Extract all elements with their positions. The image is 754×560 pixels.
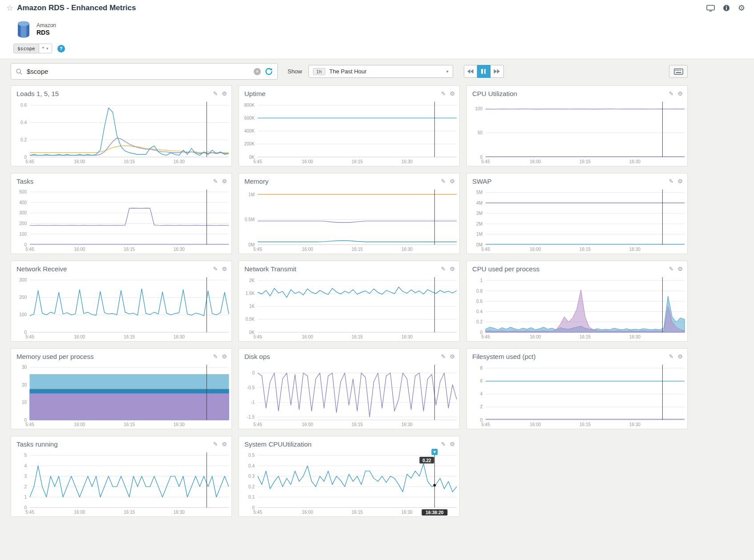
edit-chart-icon[interactable]: ✎ <box>669 90 673 97</box>
chart-settings-icon[interactable]: ⚙ <box>677 90 683 97</box>
charts-grid: Loads 1, 5, 15✎⚙00.20.40.65:4516:0016:15… <box>11 84 688 526</box>
edit-chart-icon[interactable]: ✎ <box>441 441 446 447</box>
edit-chart-icon[interactable]: ✎ <box>441 266 446 272</box>
chart-plot[interactable]: 0-0.5-1-1.55:4516:0016:1516:30 <box>239 361 459 429</box>
chart-settings-icon[interactable]: ⚙ <box>450 90 455 97</box>
edit-chart-icon[interactable]: ✎ <box>669 353 673 360</box>
chart-settings-icon[interactable]: ⚙ <box>677 178 683 185</box>
time-range-select[interactable]: 1h The Past Hour ▾ <box>308 65 453 78</box>
chart-plot[interactable]: 00.20.40.65:4516:0016:1516:30 <box>11 98 231 166</box>
svg-text:16:30: 16:30 <box>174 510 185 515</box>
chart-card-cpu-utilization: CPU Utilization✎⚙0501005:4516:0016:1516:… <box>466 85 688 166</box>
chart-card-disk-ops: Disk ops✎⚙0-0.5-1-1.55:4516:0016:1516:30 <box>239 348 460 429</box>
edit-chart-icon[interactable]: ✎ <box>213 441 218 447</box>
svg-text:1.5K: 1.5K <box>245 291 255 296</box>
chart-title: Tasks <box>16 177 33 185</box>
chart-plot[interactable]: 01002003004005005:4516:0016:1516:30 <box>11 186 231 254</box>
refresh-icon[interactable] <box>265 68 273 76</box>
svg-text:16:30: 16:30 <box>174 247 185 252</box>
brand-line1: Amazon <box>36 23 56 29</box>
chart-settings-icon[interactable]: ⚙ <box>450 441 455 447</box>
chart-settings-icon[interactable]: ⚙ <box>222 353 227 360</box>
skip-forward-button[interactable] <box>491 65 504 78</box>
svg-text:16:30: 16:30 <box>174 334 185 339</box>
amazon-rds-logo <box>15 20 32 38</box>
chart-plot[interactable]: 0M0.5M1M5:4516:0016:1516:30 <box>239 186 459 254</box>
edit-chart-icon[interactable]: ✎ <box>441 353 446 360</box>
svg-text:0.4: 0.4 <box>248 463 255 468</box>
chart-plot[interactable]: 0123455:4516:0016:1516:30 <box>11 449 231 516</box>
settings-gear-icon[interactable]: ⚙ <box>738 4 745 12</box>
svg-text:0.2: 0.2 <box>20 137 27 142</box>
svg-text:16:00: 16:00 <box>74 510 85 515</box>
svg-text:0: 0 <box>24 418 27 423</box>
help-icon[interactable]: ? <box>57 45 65 52</box>
chart-plot[interactable]: 00.20.40.60.815:4516:0016:1516:30 <box>467 274 687 341</box>
search-input[interactable] <box>27 68 250 75</box>
edit-chart-icon[interactable]: ✎ <box>441 178 446 185</box>
chart-plot[interactable]: 0M1M2M3M4M5M5:4516:0016:1516:30 <box>467 186 687 254</box>
svg-text:5:45: 5:45 <box>25 247 34 252</box>
svg-text:600K: 600K <box>244 116 255 121</box>
svg-text:16:15: 16:15 <box>352 159 363 164</box>
chart-plot[interactable]: 0K200K400K600K800K5:4516:0016:1516:30 <box>239 98 459 166</box>
chart-settings-icon[interactable]: ⚙ <box>222 178 227 185</box>
svg-text:0.5: 0.5 <box>248 453 255 458</box>
edit-chart-icon[interactable]: ✎ <box>669 266 673 272</box>
svg-text:2M: 2M <box>476 222 482 226</box>
edit-chart-icon[interactable]: ✎ <box>441 90 446 97</box>
time-range-label: The Past Hour <box>329 68 442 75</box>
playback-controls <box>464 65 504 78</box>
edit-chart-icon[interactable]: ✎ <box>213 178 218 185</box>
svg-text:0.6: 0.6 <box>20 103 27 108</box>
svg-text:2K: 2K <box>249 278 255 283</box>
svg-text:5:45: 5:45 <box>25 334 34 339</box>
pause-button[interactable] <box>477 65 491 78</box>
svg-text:2: 2 <box>24 484 27 489</box>
edit-chart-icon[interactable]: ✎ <box>669 178 673 185</box>
skip-back-button[interactable] <box>464 65 477 78</box>
scope-variable-value: * <box>42 46 44 51</box>
chart-title: CPU used per process <box>472 265 539 273</box>
svg-text:5:45: 5:45 <box>253 159 262 164</box>
chart-settings-icon[interactable]: ⚙ <box>222 266 227 272</box>
chart-plot[interactable]: 024685:4516:0016:1516:30 <box>467 361 687 429</box>
chart-settings-icon[interactable]: ⚙ <box>450 266 455 272</box>
svg-text:0: 0 <box>480 330 482 335</box>
info-icon[interactable] <box>723 4 730 12</box>
chart-settings-icon[interactable]: ⚙ <box>450 353 455 360</box>
chart-settings-icon[interactable]: ⚙ <box>222 441 227 447</box>
svg-text:16:15: 16:15 <box>352 510 363 515</box>
chart-settings-icon[interactable]: ⚙ <box>677 266 683 272</box>
svg-text:0.1: 0.1 <box>248 495 255 500</box>
edit-chart-icon[interactable]: ✎ <box>213 266 218 272</box>
chart-plot[interactable]: 0K0.5K1K1.5K2K5:4516:0016:1516:30 <box>239 274 459 341</box>
edit-chart-icon[interactable]: ✎ <box>213 90 218 97</box>
clear-search-icon[interactable]: ✕ <box>254 68 261 75</box>
svg-text:16:30: 16:30 <box>401 159 413 164</box>
keyboard-shortcuts-button[interactable] <box>669 65 688 78</box>
svg-text:16:15: 16:15 <box>124 422 135 427</box>
scope-variable-name: $scope <box>14 44 39 53</box>
chart-settings-icon[interactable]: ⚙ <box>222 90 227 97</box>
chart-plot[interactable]: 01020305:4516:0016:1516:30 <box>11 361 231 429</box>
display-icon[interactable] <box>706 5 715 12</box>
svg-text:0.5M: 0.5M <box>245 217 255 222</box>
chart-settings-icon[interactable]: ⚙ <box>677 353 683 360</box>
chart-settings-icon[interactable]: ⚙ <box>450 178 455 185</box>
chart-plot[interactable]: 0501005:4516:0016:1516:30 <box>467 98 687 166</box>
edit-chart-icon[interactable]: ✎ <box>213 353 218 360</box>
svg-text:16:15: 16:15 <box>124 510 135 515</box>
svg-text:0: 0 <box>252 505 255 510</box>
svg-text:16:15: 16:15 <box>124 159 135 164</box>
chart-card-memory-used-per-process: Memory used per process✎⚙01020305:4516:0… <box>11 348 232 429</box>
svg-text:16:30: 16:30 <box>401 334 413 339</box>
svg-text:16:00: 16:00 <box>530 422 541 427</box>
svg-text:16:00: 16:00 <box>530 334 541 339</box>
favorite-star-icon[interactable]: ☆ <box>6 3 13 13</box>
svg-text:16:30: 16:30 <box>629 334 640 339</box>
svg-text:2: 2 <box>480 404 482 409</box>
chart-plot[interactable]: 01002003005:4516:0016:1516:30 <box>11 274 231 341</box>
scope-variable-select[interactable]: * ▾ <box>39 44 52 53</box>
chart-plot[interactable]: 00.10.20.30.40.55:4516:0016:1516:300.221… <box>239 449 459 516</box>
